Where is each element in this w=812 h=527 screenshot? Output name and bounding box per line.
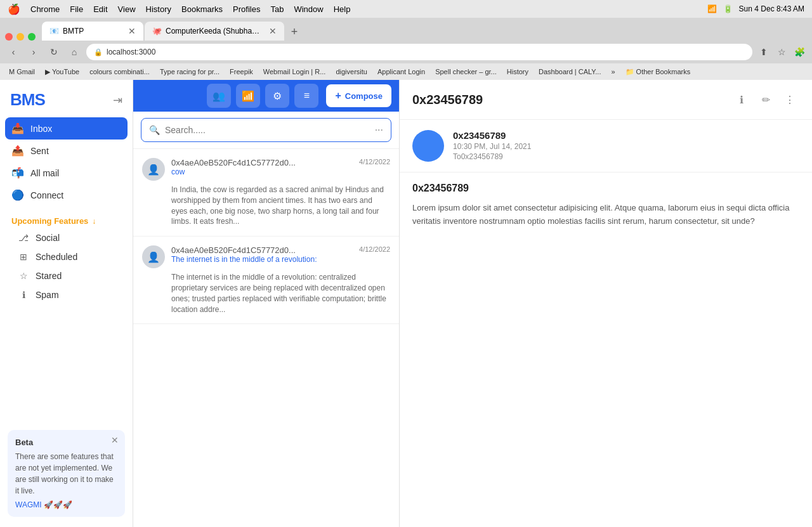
bookmark-freepik[interactable]: Freepik [226, 67, 257, 77]
url-text: localhost:3000 [107, 48, 745, 56]
bookmark-digiversitu[interactable]: digiversitu [332, 67, 371, 77]
youtube-icon: ▶ [45, 68, 50, 76]
email-item-2[interactable]: 👤 0x4aeA0eB520Fc4d1C57772d0... The inter… [133, 237, 399, 324]
info-icon: ℹ [740, 94, 743, 106]
search-icon: 🔍 [149, 125, 160, 135]
wifi-icon: 📶 [707, 4, 717, 13]
bookmark-youtube[interactable]: ▶ YouTube [41, 67, 83, 77]
close-window-button[interactable] [5, 33, 13, 41]
minimize-window-button[interactable] [16, 33, 24, 41]
menu-edit[interactable]: Edit [93, 4, 107, 14]
address-bar: ‹ › ↻ ⌂ 🔒 localhost:3000 ⬆ ☆ 🧩 [0, 41, 812, 63]
logout-icon[interactable]: ⇥ [113, 93, 122, 107]
sidebar-item-sent[interactable]: 📤 Sent [5, 140, 128, 162]
menu-button[interactable]: ≡ [294, 84, 318, 108]
bookmarks-bar: M Gmail ▶ YouTube colours combinati... T… [0, 63, 812, 80]
email-toolbar: 👥 📶 ⚙ ≡ + Compose [133, 80, 399, 112]
email-item-1-date: 4/12/2022 [359, 158, 390, 166]
apple-logo-icon[interactable]: 🍎 [8, 3, 20, 15]
email-item-2-from: The internet is in the middle of a revol… [171, 255, 353, 264]
bookmark-more[interactable]: » [607, 67, 619, 77]
search-options-icon[interactable]: ··· [375, 124, 383, 136]
menu-chrome[interactable]: Chrome [30, 4, 60, 14]
fullscreen-window-button[interactable] [28, 33, 36, 41]
bookmark-webmail[interactable]: Webmail Login | R... [259, 67, 330, 77]
more-icon: ⋮ [785, 94, 795, 106]
email-item-1-avatar: 👤 [142, 158, 165, 181]
search-input[interactable] [165, 125, 370, 135]
signal-button[interactable]: 📶 [236, 84, 260, 108]
menu-help[interactable]: Help [334, 4, 351, 14]
address-bar-right: ⬆ ☆ 🧩 [756, 44, 807, 60]
extensions-icon[interactable]: 🧩 [792, 44, 807, 60]
bookmark-history[interactable]: History [503, 67, 532, 77]
sidebar-item-scheduled[interactable]: ⊞ Scheduled [6, 247, 126, 266]
email-item-1-meta: 0x4aeA0eB520Fc4d1C57772d0... cow [171, 158, 353, 176]
menu-file[interactable]: File [70, 4, 83, 14]
detail-info-button[interactable]: ℹ [732, 90, 751, 109]
search-input-wrapper[interactable]: 🔍 ··· [141, 118, 391, 142]
back-button[interactable]: ‹ [5, 44, 22, 60]
bookmark-typeracing[interactable]: Type racing for pr... [156, 67, 223, 77]
bookmark-spellchecker[interactable]: Spell checker – gr... [431, 67, 501, 77]
sidebar-item-social[interactable]: ⎇ Social [6, 228, 126, 247]
upcoming-features-label: Upcoming Features [11, 216, 88, 226]
forward-button[interactable]: › [25, 44, 42, 60]
settings-button[interactable]: ⚙ [265, 84, 289, 108]
menu-tab[interactable]: Tab [270, 4, 284, 14]
menu-history[interactable]: History [146, 4, 171, 14]
new-tab-button[interactable]: + [285, 23, 303, 41]
detail-edit-button[interactable]: ✏ [756, 90, 775, 109]
bookmark-gmail[interactable]: M Gmail [5, 67, 39, 77]
connect-icon: 🔵 [11, 189, 24, 201]
app-window: BMS ⇥ 📥 Inbox 📤 Sent 📬 All mail 🔵 Connec… [0, 80, 812, 527]
email-item-2-header: 👤 0x4aeA0eB520Fc4d1C57772d0... The inter… [142, 245, 390, 268]
compose-button[interactable]: + Compose [326, 84, 391, 107]
connect-label: Connect [30, 190, 63, 200]
sidebar-item-stared[interactable]: ☆ Stared [6, 266, 126, 285]
bookmark-icon[interactable]: ☆ [774, 44, 789, 60]
menu-view[interactable]: View [118, 4, 136, 14]
email-item-1[interactable]: 👤 0x4aeA0eB520Fc4d1C57772d0... cow 4/12/… [133, 149, 399, 237]
menu-bookmarks[interactable]: Bookmarks [181, 4, 223, 14]
sent-label: Sent [30, 146, 49, 156]
bookmark-youtube-label: YouTube [52, 68, 79, 75]
stared-label: Stared [36, 271, 62, 281]
tab-bmtp[interactable]: 📧 BMTP ✕ [42, 22, 143, 41]
upcoming-features-header[interactable]: Upcoming Features ↓ [6, 214, 126, 228]
menu-window[interactable]: Window [294, 4, 323, 14]
settings-icon: ⚙ [273, 90, 282, 102]
bookmark-digiversitu-label: digiversitu [336, 68, 367, 75]
sidebar-item-allmail[interactable]: 📬 All mail [5, 162, 128, 184]
social-icon: ⎇ [18, 233, 29, 243]
tab-bmtp-close[interactable]: ✕ [128, 26, 136, 36]
bookmark-more-label: » [611, 68, 615, 75]
reload-button[interactable]: ↻ [46, 44, 62, 60]
sender-to: To0x23456789 [453, 152, 799, 161]
tab-computerkeeda-close[interactable]: ✕ [269, 26, 277, 36]
sidebar: BMS ⇥ 📥 Inbox 📤 Sent 📬 All mail 🔵 Connec… [0, 80, 133, 527]
sidebar-item-inbox[interactable]: 📥 Inbox [5, 117, 128, 140]
menu-profiles[interactable]: Profiles [233, 4, 260, 14]
bookmark-other[interactable]: 📁 Other Bookmarks [622, 67, 695, 77]
allmail-icon: 📬 [11, 167, 24, 179]
bookmark-colours[interactable]: colours combinati... [86, 67, 154, 77]
detail-more-button[interactable]: ⋮ [780, 90, 799, 109]
sender-name: 0x23456789 [453, 130, 799, 141]
home-button[interactable]: ⌂ [66, 44, 82, 60]
share-icon[interactable]: ⬆ [756, 44, 771, 60]
sidebar-item-connect[interactable]: 🔵 Connect [5, 184, 128, 206]
bookmark-dashboard[interactable]: Dashboard | CALY... [535, 67, 605, 77]
browser-chrome: 📧 BMTP ✕ 🐙 ComputerKeeda (Shubham Sh... … [0, 18, 812, 80]
sidebar-item-spam[interactable]: ℹ Spam [6, 285, 126, 304]
beta-close-button[interactable]: ✕ [111, 435, 119, 445]
bookmark-applicant[interactable]: Applicant Login [374, 67, 429, 77]
edit-icon: ✏ [762, 94, 770, 106]
bookmark-webmail-label: Webmail Login | R... [263, 68, 326, 75]
tab-computerkeeda[interactable]: 🐙 ComputerKeeda (Shubham Sh... ✕ [145, 22, 284, 41]
people-button[interactable]: 👥 [207, 84, 231, 108]
clock: Sun 4 Dec 8:43 AM [739, 4, 804, 13]
url-bar[interactable]: 🔒 localhost:3000 [86, 44, 752, 60]
sender-time: 10:30 PM, Jul 14, 2021 [453, 142, 799, 151]
email-list: 👤 0x4aeA0eB520Fc4d1C57772d0... cow 4/12/… [133, 149, 399, 527]
